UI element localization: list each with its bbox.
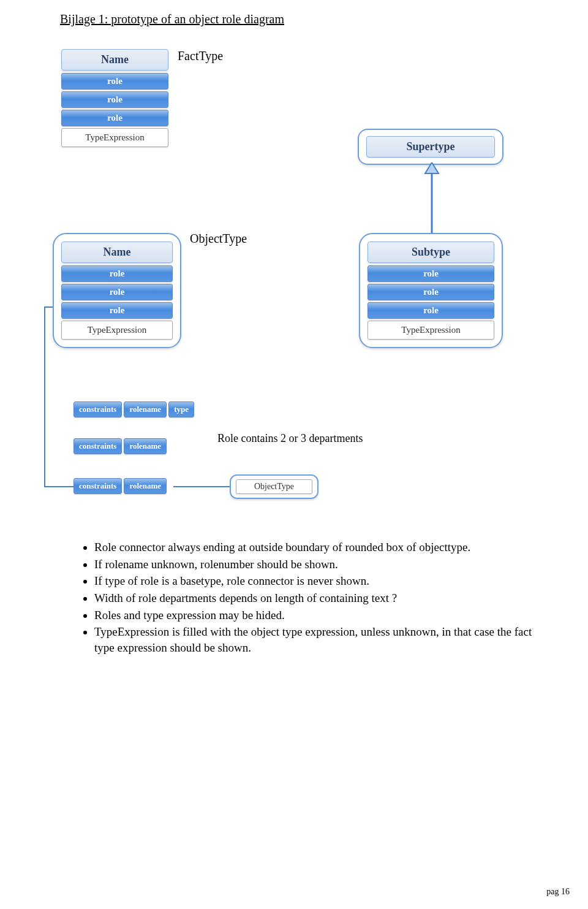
subtype-row: role [368, 302, 494, 319]
type-chip: type [168, 401, 194, 417]
connector-horiz-objecttype-bottom [44, 486, 74, 487]
constraints-chip: constraints [74, 478, 122, 494]
facttype-row: role [61, 91, 168, 108]
objecttype-footer: TypeExpression [61, 321, 173, 340]
facttype-label: FactType [178, 49, 223, 63]
note-item: If type of role is a basetype, role conn… [94, 573, 545, 589]
supertype-header: Supertype [366, 136, 495, 158]
subtype-footer: TypeExpression [368, 321, 494, 340]
objecttype-row: role [61, 284, 173, 300]
connector-horiz-objecttype-top [44, 306, 53, 308]
rolename-chip: rolename [124, 401, 167, 417]
page-title: Bijlage 1: prototype of an object role d… [60, 12, 284, 26]
note-item: Role connector always ending at outside … [94, 539, 545, 555]
notes-list: Role connector always ending at outside … [80, 539, 545, 656]
small-objecttype-label: ObjectType [236, 479, 312, 494]
inheritance-arrow [423, 162, 441, 235]
constraints-chip: constraints [74, 401, 122, 417]
note-item: Roles and type expression may be hided. [94, 607, 545, 623]
page-number: pag 16 [546, 887, 570, 897]
objecttype-header: Name [61, 242, 173, 263]
subtype-container: Subtype role role role TypeExpression [359, 233, 503, 348]
rolename-chip: rolename [124, 478, 167, 494]
constraints-row-1: constraintsrolenametype [74, 401, 196, 417]
subtype-row: role [368, 284, 494, 300]
objecttype-container: Name role role role TypeExpression [53, 233, 181, 348]
facttype-row: role [61, 110, 168, 126]
role-departments-label: Role contains 2 or 3 departments [217, 432, 363, 445]
objecttype-label: ObjectType [190, 232, 247, 246]
constraints-row-2: constraintsrolename [74, 438, 168, 454]
objecttype-row: role [61, 302, 173, 319]
connector-row3-to-objecttype [173, 486, 230, 487]
facttype-row: role [61, 73, 168, 89]
objecttype-row: role [61, 265, 173, 282]
connector-vert-objecttype [44, 306, 45, 487]
facttype-footer: TypeExpression [61, 128, 168, 147]
supertype-box: Supertype [358, 129, 503, 165]
note-item: Width of role departments depends on len… [94, 590, 545, 606]
subtype-header: Subtype [368, 242, 494, 263]
small-objecttype-box: ObjectType [230, 474, 318, 499]
note-item: TypeExpression is filled with the object… [94, 624, 545, 655]
note-item: If rolename unknown, rolenumber should b… [94, 557, 545, 572]
constraints-row-3: constraintsrolename [74, 478, 168, 494]
facttype-box: Name role role role TypeExpression [61, 49, 168, 147]
facttype-header: Name [61, 49, 168, 70]
subtype-row: role [368, 265, 494, 282]
rolename-chip: rolename [124, 438, 167, 454]
constraints-chip: constraints [74, 438, 122, 454]
